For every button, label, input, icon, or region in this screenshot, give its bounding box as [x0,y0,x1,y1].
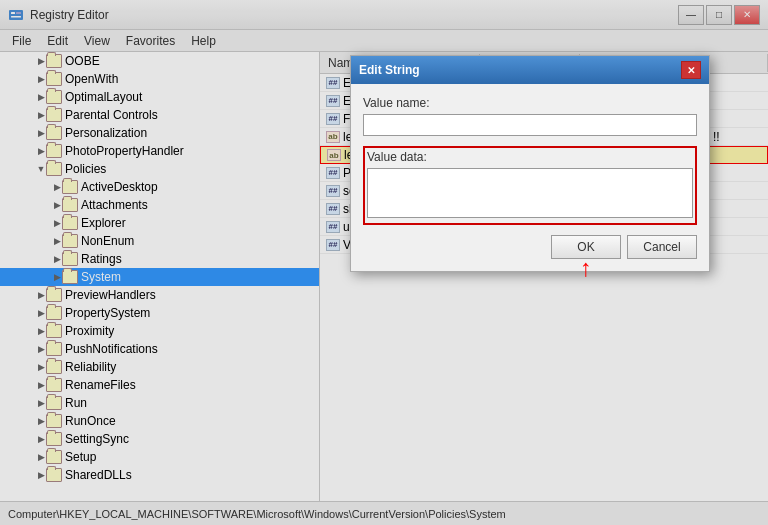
value-data-textarea[interactable] [367,168,693,218]
dialog-close-button[interactable]: ✕ [681,61,701,79]
value-data-label: Value data: [367,150,693,164]
ok-button[interactable]: OK↑ [551,235,621,259]
edit-string-dialog: Edit String ✕ Value name: Value data: OK… [350,55,710,272]
modal-overlay: Edit String ✕ Value name: Value data: OK… [0,0,768,525]
value-name-input[interactable] [363,114,697,136]
value-name-label: Value name: [363,96,697,110]
value-data-box: Value data: [363,146,697,225]
cancel-button[interactable]: Cancel [627,235,697,259]
dialog-title: Edit String [359,63,420,77]
dialog-body: Value name: Value data: OK↑ Cancel [351,84,709,271]
dialog-buttons: OK↑ Cancel [363,235,697,259]
ok-arrow-indicator: ↑ [580,256,592,280]
dialog-title-bar: Edit String ✕ [351,56,709,84]
